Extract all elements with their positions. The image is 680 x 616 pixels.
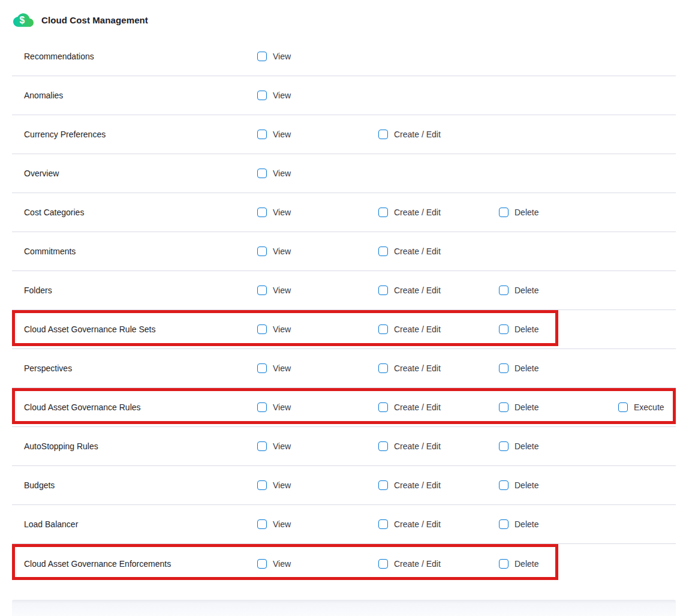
permission-view[interactable]: View xyxy=(257,286,378,295)
view-checkbox[interactable] xyxy=(257,402,267,412)
permission-view[interactable]: View xyxy=(257,52,378,61)
view-checkbox[interactable] xyxy=(257,247,267,256)
resource-label: Recommendations xyxy=(24,52,94,61)
create_edit-checkbox[interactable] xyxy=(378,324,388,334)
permission-delete[interactable]: Delete xyxy=(499,208,618,217)
permission-create_edit[interactable]: Create / Edit xyxy=(378,286,499,295)
create_edit-checkbox[interactable] xyxy=(378,247,388,256)
view-checkbox[interactable] xyxy=(257,52,267,61)
resource-label-cell: Currency Preferences xyxy=(12,129,257,140)
delete-checkbox[interactable] xyxy=(499,324,509,334)
view-checkbox[interactable] xyxy=(257,363,267,373)
module-title: Cloud Cost Management xyxy=(41,15,148,25)
permission-label: View xyxy=(273,402,291,412)
permission-view[interactable]: View xyxy=(257,559,378,569)
permission-create_edit[interactable]: Create / Edit xyxy=(378,363,499,373)
permission-delete[interactable]: Delete xyxy=(499,480,618,490)
view-checkbox[interactable] xyxy=(257,324,267,334)
delete-checkbox[interactable] xyxy=(499,441,509,451)
delete-checkbox[interactable] xyxy=(499,363,509,373)
permission-view[interactable]: View xyxy=(257,208,378,217)
permission-view[interactable]: View xyxy=(257,91,378,100)
permission-label: Create / Edit xyxy=(394,402,441,412)
permission-create_edit[interactable]: Create / Edit xyxy=(378,324,499,334)
permission-create_edit[interactable]: Create / Edit xyxy=(378,208,499,217)
permission-delete[interactable]: Delete xyxy=(499,286,618,295)
permission-view[interactable]: View xyxy=(257,324,378,334)
permission-create_edit[interactable]: Create / Edit xyxy=(378,247,499,256)
view-checkbox[interactable] xyxy=(257,480,267,490)
create_edit-checkbox[interactable] xyxy=(378,559,388,569)
permission-row: Load Balancer ViewCreate / EditDelete xyxy=(12,505,676,544)
create_edit-checkbox[interactable] xyxy=(378,208,388,217)
permission-label: Delete xyxy=(514,286,538,295)
view-checkbox[interactable] xyxy=(257,441,267,451)
create_edit-checkbox[interactable] xyxy=(378,363,388,373)
permission-view[interactable]: View xyxy=(257,519,378,529)
permission-create_edit[interactable]: Create / Edit xyxy=(378,130,499,139)
delete-checkbox[interactable] xyxy=(499,208,509,217)
next-section-strip xyxy=(12,600,676,616)
permission-label: Create / Edit xyxy=(394,441,441,451)
resource-label-cell: AutoStopping Rules xyxy=(12,441,257,452)
permission-delete[interactable]: Delete xyxy=(499,559,618,569)
permission-create_edit[interactable]: Create / Edit xyxy=(378,559,499,569)
permission-row: Perspectives ViewCreate / EditDelete xyxy=(12,349,676,388)
view-checkbox[interactable] xyxy=(257,91,267,100)
permission-label: View xyxy=(273,519,291,529)
create_edit-checkbox[interactable] xyxy=(378,519,388,529)
permission-create_edit[interactable]: Create / Edit xyxy=(378,402,499,412)
view-checkbox[interactable] xyxy=(257,519,267,529)
create_edit-checkbox[interactable] xyxy=(378,286,388,295)
create_edit-checkbox[interactable] xyxy=(378,441,388,451)
resource-label-cell: Anomalies xyxy=(12,90,257,101)
permission-label: Create / Edit xyxy=(394,324,441,334)
permission-create_edit[interactable]: Create / Edit xyxy=(378,519,499,529)
view-checkbox[interactable] xyxy=(257,169,267,178)
delete-checkbox[interactable] xyxy=(499,402,509,412)
delete-checkbox[interactable] xyxy=(499,480,509,490)
delete-checkbox[interactable] xyxy=(499,559,509,569)
permission-view[interactable]: View xyxy=(257,363,378,373)
delete-checkbox[interactable] xyxy=(499,286,509,295)
view-checkbox[interactable] xyxy=(257,208,267,217)
permission-row: Cost Categories ViewCreate / EditDelete xyxy=(12,193,676,232)
resource-label: Folders xyxy=(24,286,52,295)
permission-view[interactable]: View xyxy=(257,480,378,490)
permission-create_edit[interactable]: Create / Edit xyxy=(378,441,499,451)
permission-label: Delete xyxy=(514,208,538,217)
resource-label: Load Balancer xyxy=(24,519,78,529)
permission-label: View xyxy=(273,208,291,217)
permission-row: Cloud Asset Governance Rules ViewCreate … xyxy=(12,388,676,427)
resource-label-cell: Cloud Asset Governance Rule Sets xyxy=(12,324,257,335)
permission-row: Commitments ViewCreate / Edit xyxy=(12,232,676,271)
delete-checkbox[interactable] xyxy=(499,519,509,529)
permission-view[interactable]: View xyxy=(257,441,378,451)
resource-label: Overview xyxy=(24,169,59,178)
permission-label: Create / Edit xyxy=(394,363,441,373)
permission-label: Delete xyxy=(514,441,538,451)
permission-delete[interactable]: Delete xyxy=(499,519,618,529)
execute-checkbox[interactable] xyxy=(618,402,628,412)
resource-label-cell: Recommendations xyxy=(12,51,257,62)
permission-view[interactable]: View xyxy=(257,402,378,412)
permission-view[interactable]: View xyxy=(257,247,378,256)
permission-label: Create / Edit xyxy=(394,208,441,217)
permission-view[interactable]: View xyxy=(257,169,378,178)
permission-row: Cloud Asset Governance Rule Sets ViewCre… xyxy=(12,310,676,349)
view-checkbox[interactable] xyxy=(257,559,267,569)
permission-label: View xyxy=(273,324,291,334)
permission-delete[interactable]: Delete xyxy=(499,402,618,412)
create_edit-checkbox[interactable] xyxy=(378,480,388,490)
create_edit-checkbox[interactable] xyxy=(378,402,388,412)
permission-execute[interactable]: Execute xyxy=(618,402,676,412)
create_edit-checkbox[interactable] xyxy=(378,130,388,139)
permission-delete[interactable]: Delete xyxy=(499,441,618,451)
permission-create_edit[interactable]: Create / Edit xyxy=(378,480,499,490)
view-checkbox[interactable] xyxy=(257,286,267,295)
view-checkbox[interactable] xyxy=(257,130,267,139)
permission-delete[interactable]: Delete xyxy=(499,363,618,373)
permission-delete[interactable]: Delete xyxy=(499,324,618,334)
permission-view[interactable]: View xyxy=(257,130,378,139)
permission-label: View xyxy=(273,52,291,61)
